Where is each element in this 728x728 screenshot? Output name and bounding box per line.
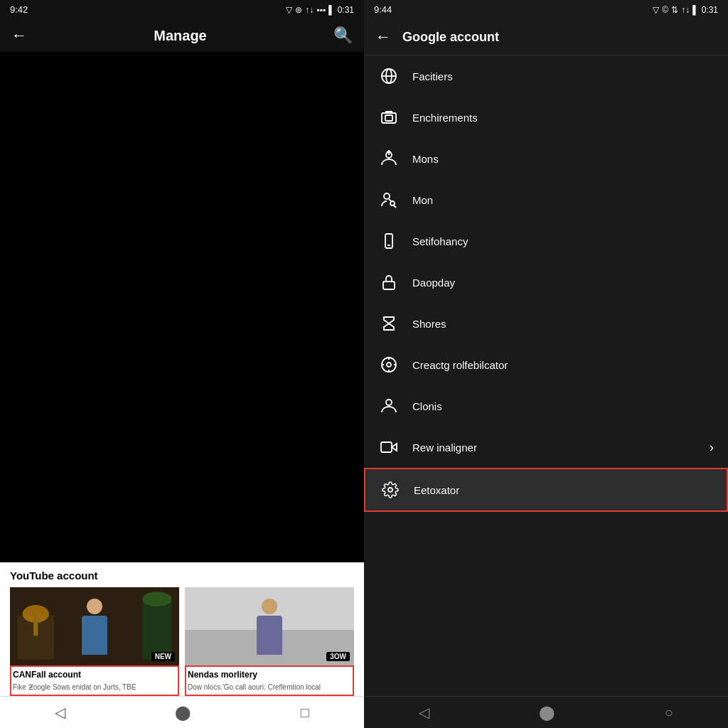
video-info-2: Nendas morlitery Dow nlocs.'Go call aour… <box>185 665 354 696</box>
video-thumbnail-2: 3OW <box>185 587 354 665</box>
video-grid: NEW CANFall account Fike Ƶoogle Sows eni… <box>10 587 354 696</box>
svg-point-15 <box>390 201 395 205</box>
menu-label-creactg-rolfebilcator: Creactg rolfebilcator <box>412 359 714 371</box>
right-nav-back[interactable]: ◁ <box>419 704 429 721</box>
menu-label-eetoxator: Eetoxator <box>414 484 712 496</box>
person-head-1 <box>87 599 102 614</box>
right-panel: 9:44 ▽ © ⇅ ↑↓ ▌ 0:31 ← Google account Fa… <box>364 0 728 728</box>
left-status-bar: 9:42 ▽ ⊛ ↑↓ ▪▪▪ ▌ 0:31 <box>0 0 364 19</box>
person-body-2 <box>257 616 282 655</box>
left-nav-home[interactable]: ⬤ <box>175 704 191 721</box>
video-desc-1: Fike Ƶoogle Sows enidat on Jurts, TBE <box>13 682 176 692</box>
right-status-time: 9:44 <box>374 4 392 15</box>
right-back-button[interactable]: ← <box>375 28 391 46</box>
right-nav-circle[interactable]: ○ <box>665 705 673 721</box>
left-nav-back[interactable]: ◁ <box>55 704 65 721</box>
video-thumbnail-1: NEW <box>10 587 179 665</box>
hourglass-icon <box>378 313 400 334</box>
youtube-section-title: YouTube account <box>10 569 354 582</box>
right-status-bar: 9:44 ▽ © ⇅ ↑↓ ▌ 0:31 <box>364 0 728 19</box>
video-desc-2: Dow nlocs.'Go call aouri: Creflemtion lo… <box>188 682 351 692</box>
person-up-icon <box>378 148 400 169</box>
svg-point-20 <box>387 363 391 367</box>
youtube-section: YouTube account <box>0 562 364 696</box>
menu-item-eetoxator[interactable]: Eetoxator <box>364 468 728 512</box>
left-status-icons: ▽ ⊛ ↑↓ ▪▪▪ ▌ 0:31 <box>286 5 354 15</box>
svg-rect-16 <box>385 234 392 248</box>
video-badge-2: 3OW <box>326 652 350 661</box>
circle-settings-icon <box>378 354 400 375</box>
person-body-1 <box>82 616 107 655</box>
left-search-button[interactable]: 🔍 <box>333 26 353 45</box>
svg-point-5 <box>142 592 171 607</box>
svg-point-27 <box>388 488 392 492</box>
svg-rect-3 <box>33 614 38 636</box>
svg-point-25 <box>386 400 392 405</box>
menu-item-shores[interactable]: Shores <box>364 303 728 344</box>
right-nav-home[interactable]: ⬤ <box>539 704 555 721</box>
menu-item-creactg-rolfebilcator[interactable]: Creactg rolfebilcator <box>364 344 728 385</box>
person-outline-icon <box>378 395 400 417</box>
menu-label-setifohancy: Setifohancy <box>412 235 714 247</box>
svg-rect-12 <box>385 115 392 121</box>
video-badge-1: NEW <box>151 652 175 661</box>
left-status-time: 9:42 <box>10 4 28 15</box>
menu-item-mon[interactable]: Mon <box>364 179 728 220</box>
video-info-1: CANFall account Fike Ƶoogle Sows enidat … <box>10 665 179 696</box>
chevron-right-icon: › <box>710 440 714 455</box>
video-title-2: Nendas morlitery <box>188 670 351 681</box>
left-nav-recents[interactable]: □ <box>301 705 309 721</box>
list-item[interactable]: 3OW Nendas morlitery Dow nlocs.'Go call … <box>185 587 354 696</box>
menu-item-daopday[interactable]: Daopday <box>364 262 728 303</box>
globe-icon <box>378 65 400 87</box>
list-item[interactable]: NEW CANFall account Fike Ƶoogle Sows eni… <box>10 587 179 696</box>
gear-icon <box>380 479 401 500</box>
person-link-icon <box>378 189 400 210</box>
right-nav-bar: ◁ ⬤ ○ <box>364 696 728 728</box>
left-back-button[interactable]: ← <box>11 26 27 45</box>
menu-label-mons: Mons <box>412 153 714 165</box>
lock-icon <box>378 272 400 293</box>
menu-label-enchirements: Enchirements <box>412 112 714 124</box>
svg-rect-18 <box>383 282 395 289</box>
left-content-area <box>0 52 364 562</box>
svg-rect-26 <box>381 442 392 452</box>
video-title-1: CANFall account <box>13 670 176 681</box>
left-panel: 9:42 ▽ ⊛ ↑↓ ▪▪▪ ▌ 0:31 ← Manage 🔍 YouTub… <box>0 0 364 728</box>
menu-label-mon: Mon <box>412 194 714 206</box>
svg-rect-4 <box>142 601 171 660</box>
menu-list: Facitiers Enchirements Mons Mon <box>364 55 728 696</box>
person-head-2 <box>262 599 277 614</box>
menu-label-daopday: Daopday <box>412 277 714 289</box>
menu-item-clonis[interactable]: Clonis <box>364 385 728 427</box>
right-status-icons: ▽ © ⇅ ↑↓ ▌ 0:31 <box>653 5 718 15</box>
menu-item-mons[interactable]: Mons <box>364 138 728 179</box>
menu-label-facitiers: Facitiers <box>412 70 714 82</box>
camera2-icon <box>378 437 400 458</box>
menu-label-shores: Shores <box>412 318 714 330</box>
right-page-title: Google account <box>402 30 499 45</box>
menu-item-setifohancy[interactable]: Setifohancy <box>364 220 728 262</box>
right-top-bar: ← Google account <box>364 19 728 55</box>
menu-item-facitiers[interactable]: Facitiers <box>364 55 728 97</box>
menu-label-clonis: Clonis <box>412 400 714 412</box>
menu-item-rew-inaligner[interactable]: Rew inaligner › <box>364 427 728 468</box>
svg-point-14 <box>384 193 390 199</box>
camera-icon <box>378 107 400 128</box>
left-nav-bar: ◁ ⬤ □ <box>0 696 364 728</box>
left-top-bar: ← Manage 🔍 <box>0 19 364 52</box>
menu-label-rew-inaligner: Rew inaligner <box>412 441 710 454</box>
device-icon <box>378 230 400 252</box>
left-page-title: Manage <box>154 28 206 44</box>
menu-item-enchirements[interactable]: Enchirements <box>364 97 728 138</box>
